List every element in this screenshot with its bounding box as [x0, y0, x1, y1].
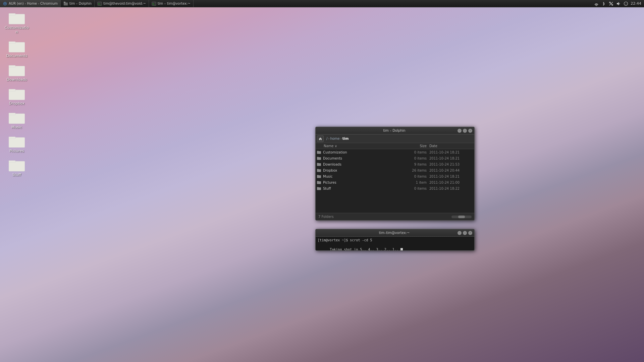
taskbar-tabs: AUR (en) - Home - Chromium tim – Dolphin… — [0, 0, 591, 7]
minimize-button[interactable]: ─ — [458, 129, 462, 133]
file-size: 9 items — [402, 163, 429, 166]
dolphin-title: tim – Dolphin — [331, 129, 458, 132]
terminal-window: tim–tim@vortex:~ ─ □ ✕ [tim@vortex ~]$ s… — [315, 229, 475, 251]
maximize-button[interactable]: □ — [463, 231, 467, 235]
close-button[interactable]: ✕ — [468, 129, 472, 133]
file-date: 2011-10-24 18:21 — [429, 157, 473, 160]
icon-label: Downloads — [7, 77, 27, 82]
bluetooth-icon[interactable] — [601, 1, 606, 6]
file-date: 2011-10-24 18:21 — [429, 150, 473, 154]
svg-rect-29 — [9, 161, 15, 163]
file-list-header: Name ∨ Size Date — [316, 143, 474, 149]
folder-small-icon — [317, 186, 322, 191]
terminal-content: [tim@vortex ~]$ scrot -cd 5 Taking shot … — [316, 237, 474, 250]
svg-rect-41 — [317, 181, 319, 182]
maximize-button[interactable]: □ — [463, 129, 467, 133]
svg-rect-33 — [317, 157, 319, 158]
col-header-name[interactable]: Name ∨ — [317, 144, 402, 148]
file-row[interactable]: Pictures 1 item 2011-10-24 21:00 — [316, 179, 474, 185]
svg-rect-3 — [64, 1, 65, 3]
breadcrumb-root[interactable]: / — [326, 137, 327, 140]
svg-rect-21 — [9, 65, 15, 67]
taskbar-tab-dolphin[interactable]: tim – Dolphin — [61, 0, 95, 7]
file-date: 2011-10-24 20:44 — [429, 169, 473, 172]
svg-rect-37 — [317, 169, 319, 170]
file-date: 2011-10-24 18:22 — [429, 187, 473, 190]
dolphin-window: tim – Dolphin ─ □ ✕ / › home › tim Name … — [315, 127, 475, 221]
svg-rect-39 — [317, 175, 319, 176]
audio-icon[interactable] — [616, 1, 621, 6]
file-size: 26 items — [402, 169, 429, 172]
terminal-cursor — [400, 248, 403, 250]
file-size: 0 items — [402, 150, 429, 154]
icon-label: Customization — [5, 25, 29, 34]
breadcrumb-home[interactable]: home — [330, 137, 339, 140]
terminal-line-2: Taking shot in 5.. 4.. 3.. 2.. 1.. — [318, 243, 472, 250]
desktop-icon-documents[interactable]: Documents — [3, 38, 30, 59]
svg-rect-27 — [9, 137, 15, 139]
desktop-icon-music[interactable]: Music — [3, 110, 30, 131]
nav-home-button[interactable] — [317, 135, 324, 142]
svg-rect-28 — [9, 161, 25, 171]
file-date: 2011-10-24 21:00 — [429, 181, 473, 184]
svg-rect-31 — [317, 151, 319, 152]
desktop-icon-stuff[interactable]: Stuff — [3, 157, 30, 178]
desktop-icon-customization[interactable]: Customization — [3, 10, 30, 36]
col-header-date[interactable]: Date — [429, 144, 473, 148]
svg-rect-23 — [9, 89, 15, 91]
taskbar-tab-terminal1[interactable]: >_ tim@thevoid:tim@void:~ — [95, 0, 149, 7]
svg-text:>_: >_ — [98, 2, 101, 5]
desktop-icon-pictures[interactable]: Pictures — [3, 133, 30, 155]
file-row[interactable]: Music 0 items 2011-10-24 18:21 — [316, 173, 474, 179]
svg-point-8 — [596, 5, 597, 6]
breadcrumb-user[interactable]: tim — [342, 137, 349, 140]
folder-icon — [9, 40, 25, 53]
dolphin-statusbar: 7 Folders — [316, 213, 474, 220]
file-row[interactable]: Documents 0 items 2011-10-24 18:21 — [316, 155, 474, 161]
file-row[interactable]: Dropbox 26 items 2011-10-24 20:44 — [316, 167, 474, 173]
file-date: 2011-10-24 18:21 — [429, 175, 473, 178]
svg-marker-13 — [617, 2, 619, 5]
scrollbar[interactable] — [451, 216, 472, 218]
file-row[interactable]: Customization 0 items 2011-10-24 18:21 — [316, 149, 474, 155]
svg-rect-20 — [9, 66, 25, 76]
taskbar-tab-chromium[interactable]: AUR (en) - Home - Chromium — [0, 0, 61, 7]
file-size: 1 item — [402, 181, 429, 184]
folder-small-icon — [317, 168, 322, 173]
minimize-button[interactable]: ─ — [458, 231, 462, 235]
svg-rect-18 — [9, 42, 25, 52]
file-date: 2011-10-24 21:53 — [429, 163, 473, 166]
desktop-icons: Customization Documents Downloads D — [3, 10, 30, 178]
desktop-icon-dropbox[interactable]: Dropbox — [3, 86, 30, 107]
window-controls: ─ □ ✕ — [458, 129, 472, 133]
taskbar-tab-terminal2[interactable]: >_ tim – tim@vortex:~ — [149, 0, 194, 7]
svg-rect-43 — [317, 187, 319, 188]
svg-rect-35 — [317, 163, 319, 164]
tab-label: AUR (en) - Home - Chromium — [9, 2, 58, 5]
svg-rect-19 — [9, 42, 15, 44]
folder-icon — [9, 135, 25, 148]
folder-icon — [9, 87, 25, 101]
clock: 22:44 — [631, 1, 641, 6]
info-icon[interactable]: i — [623, 1, 629, 6]
tab-label: tim – tim@vortex:~ — [158, 2, 191, 5]
svg-rect-17 — [9, 13, 15, 15]
dolphin-icon — [63, 1, 68, 6]
taskbar-right: i 22:44 — [591, 1, 644, 6]
network-icon[interactable] — [594, 1, 599, 6]
file-row[interactable]: Downloads 9 items 2011-10-24 21:53 — [316, 161, 474, 167]
svg-rect-26 — [9, 137, 25, 147]
scissors-icon[interactable] — [608, 1, 614, 6]
icon-label: Music — [11, 125, 22, 129]
desktop-icon-downloads[interactable]: Downloads — [3, 62, 30, 83]
file-name: Customization — [323, 150, 402, 154]
tab-label: tim@thevoid:tim@void:~ — [103, 2, 146, 5]
file-row[interactable]: Stuff 0 items 2011-10-24 18:22 — [316, 185, 474, 191]
file-name: Music — [323, 175, 402, 178]
file-list: Customization 0 items 2011-10-24 18:21 D… — [316, 149, 474, 213]
col-header-size[interactable]: Size — [402, 144, 429, 148]
svg-rect-22 — [9, 90, 25, 100]
window-controls: ─ □ ✕ — [458, 231, 472, 235]
chromium-icon — [3, 1, 7, 6]
close-button[interactable]: ✕ — [468, 231, 472, 235]
